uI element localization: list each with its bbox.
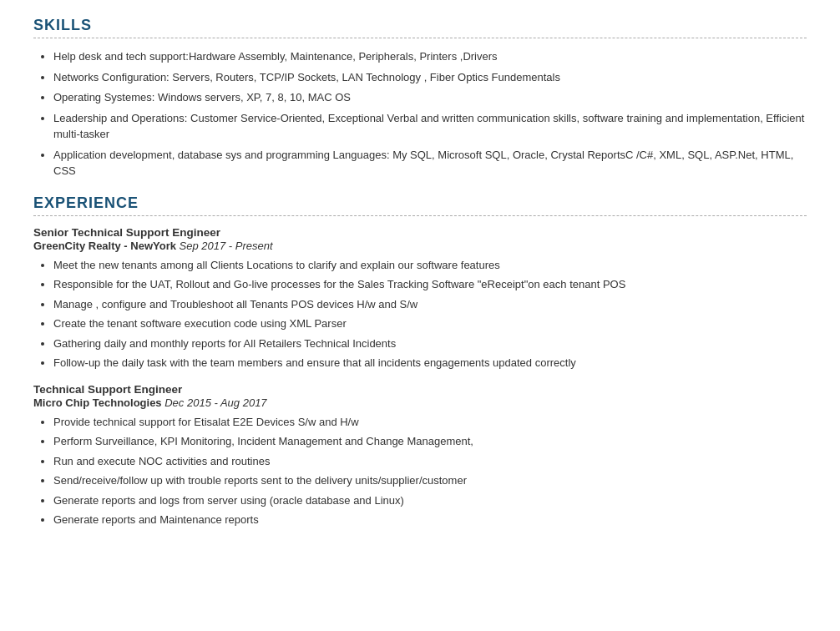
- job-bullet-item: Perform Surveillance, KPI Monitoring, In…: [53, 433, 807, 450]
- job-date-0: Sep 2017 - Present: [176, 240, 273, 252]
- experience-divider: [33, 215, 807, 216]
- job-date-1: Dec 2015 - Aug 2017: [162, 396, 267, 409]
- skills-heading: SKILLS: [33, 17, 807, 34]
- job-bullet-item: Create the tenant software execution cod…: [53, 316, 807, 332]
- skill-item: Operating Systemes: Windows servers, XP,…: [53, 89, 807, 106]
- job-bullet-item: Gathering daily and monthly reports for …: [53, 336, 807, 352]
- job-bullet-item: Generate reports and Maintenance reports: [53, 512, 807, 528]
- skill-item: Help desk and tech support:Hardware Asse…: [53, 48, 807, 65]
- job-company-line-1: Micro Chip Technologies Dec 2015 - Aug 2…: [33, 396, 807, 409]
- experience-heading: EXPERIENCE: [33, 194, 807, 212]
- skill-item: Application development, database sys an…: [53, 147, 807, 179]
- job-bullet-item: Send/receive/follow up with trouble repo…: [53, 472, 807, 489]
- job-bullet-item: Meet the new tenants among all Clients L…: [53, 257, 807, 274]
- job-bullet-item: Generate reports and logs from server us…: [53, 492, 807, 509]
- job-company-1: Micro Chip Technologies: [33, 396, 162, 409]
- job-company-0: GreenCity Realty - NewYork: [33, 240, 176, 252]
- jobs-container: Senior Technical Support EngineerGreenCi…: [33, 226, 807, 528]
- job-entry-0: Senior Technical Support EngineerGreenCi…: [33, 226, 807, 371]
- skills-section: SKILLS Help desk and tech support:Hardwa…: [33, 17, 807, 179]
- job-bullets-1: Provide technical support for Etisalat E…: [33, 414, 807, 528]
- experience-section: EXPERIENCE Senior Technical Support Engi…: [33, 194, 807, 528]
- job-company-line-0: GreenCity Realty - NewYork Sep 2017 - Pr…: [33, 240, 807, 252]
- skills-list: Help desk and tech support:Hardware Asse…: [33, 48, 807, 179]
- job-bullet-item: Follow-up the daily task with the team m…: [53, 355, 807, 371]
- skills-divider: [33, 38, 807, 38]
- job-bullet-item: Manage , configure and Troubleshoot all …: [53, 296, 807, 313]
- job-entry-1: Technical Support EngineerMicro Chip Tec…: [33, 383, 807, 528]
- skill-item: Leadership and Operations: Customer Serv…: [53, 110, 807, 143]
- job-bullet-item: Provide technical support for Etisalat E…: [53, 414, 807, 431]
- job-title-0: Senior Technical Support Engineer: [33, 226, 807, 239]
- job-bullet-item: Run and execute NOC activities and routi…: [53, 453, 807, 470]
- job-bullets-0: Meet the new tenants among all Clients L…: [33, 257, 807, 371]
- skill-item: Networks Configuration: Servers, Routers…: [53, 69, 807, 86]
- job-bullet-item: Responsible for the UAT, Rollout and Go-…: [53, 276, 807, 293]
- job-title-1: Technical Support Engineer: [33, 383, 807, 396]
